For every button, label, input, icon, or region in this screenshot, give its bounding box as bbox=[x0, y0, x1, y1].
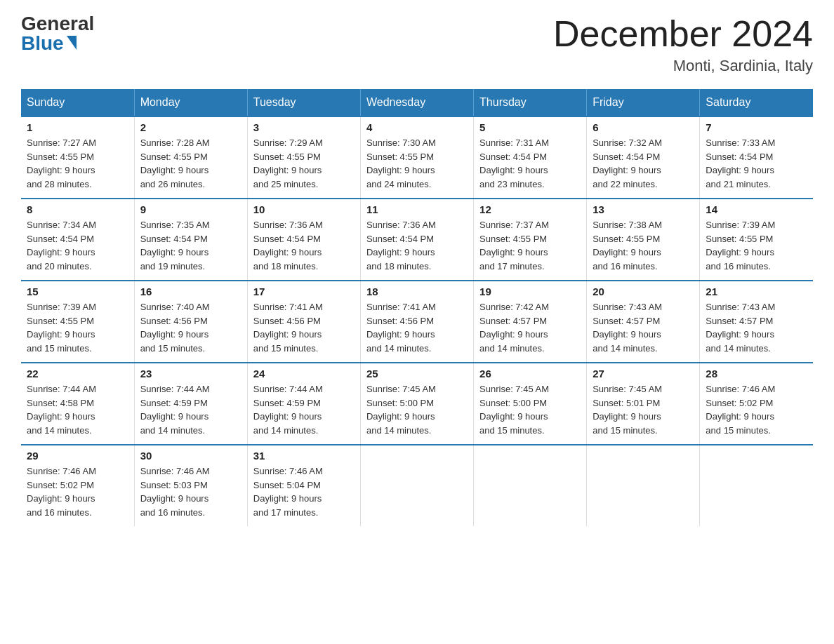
col-friday: Friday bbox=[587, 89, 700, 116]
day-info: Sunrise: 7:45 AMSunset: 5:00 PMDaylight:… bbox=[366, 382, 468, 437]
day-number: 20 bbox=[593, 286, 694, 297]
calendar-week-row-3: 15 Sunrise: 7:39 AMSunset: 4:55 PMDaylig… bbox=[21, 281, 813, 363]
calendar-week-row-5: 29 Sunrise: 7:46 AMSunset: 5:02 PMDaylig… bbox=[21, 445, 813, 526]
table-row: 12 Sunrise: 7:37 AMSunset: 4:55 PMDaylig… bbox=[474, 199, 587, 281]
logo: General Blue bbox=[21, 14, 94, 53]
day-info: Sunrise: 7:44 AMSunset: 4:59 PMDaylight:… bbox=[140, 382, 241, 437]
day-number: 28 bbox=[706, 368, 807, 380]
day-number: 1 bbox=[27, 121, 128, 133]
table-row: 25 Sunrise: 7:45 AMSunset: 5:00 PMDaylig… bbox=[360, 363, 473, 445]
day-info: Sunrise: 7:46 AMSunset: 5:02 PMDaylight:… bbox=[706, 382, 807, 437]
table-row bbox=[700, 445, 813, 526]
day-number: 9 bbox=[140, 203, 241, 215]
calendar-table: Sunday Monday Tuesday Wednesday Thursday… bbox=[21, 89, 813, 526]
day-info: Sunrise: 7:43 AMSunset: 4:57 PMDaylight:… bbox=[706, 300, 807, 355]
table-row: 11 Sunrise: 7:36 AMSunset: 4:54 PMDaylig… bbox=[360, 199, 473, 281]
day-number: 10 bbox=[253, 203, 355, 215]
day-info: Sunrise: 7:28 AMSunset: 4:55 PMDaylight:… bbox=[140, 136, 241, 191]
day-number: 3 bbox=[253, 121, 355, 133]
day-info: Sunrise: 7:39 AMSunset: 4:55 PMDaylight:… bbox=[706, 218, 807, 273]
day-number: 29 bbox=[27, 450, 128, 462]
day-number: 21 bbox=[706, 286, 807, 297]
day-number: 6 bbox=[593, 121, 694, 133]
day-info: Sunrise: 7:34 AMSunset: 4:54 PMDaylight:… bbox=[27, 218, 128, 273]
day-info: Sunrise: 7:37 AMSunset: 4:55 PMDaylight:… bbox=[479, 218, 581, 273]
calendar-header-row: Sunday Monday Tuesday Wednesday Thursday… bbox=[21, 89, 813, 116]
day-number: 18 bbox=[366, 286, 468, 297]
day-info: Sunrise: 7:36 AMSunset: 4:54 PMDaylight:… bbox=[366, 218, 468, 273]
day-info: Sunrise: 7:45 AMSunset: 5:01 PMDaylight:… bbox=[593, 382, 694, 437]
day-number: 27 bbox=[593, 368, 694, 380]
day-number: 16 bbox=[140, 286, 241, 297]
table-row: 3 Sunrise: 7:29 AMSunset: 4:55 PMDayligh… bbox=[247, 116, 360, 199]
table-row: 9 Sunrise: 7:35 AMSunset: 4:54 PMDayligh… bbox=[134, 199, 247, 281]
day-number: 7 bbox=[706, 121, 807, 133]
table-row: 18 Sunrise: 7:41 AMSunset: 4:56 PMDaylig… bbox=[360, 281, 473, 363]
col-thursday: Thursday bbox=[474, 89, 587, 116]
table-row: 4 Sunrise: 7:30 AMSunset: 4:55 PMDayligh… bbox=[360, 116, 473, 199]
day-info: Sunrise: 7:42 AMSunset: 4:57 PMDaylight:… bbox=[479, 300, 581, 355]
day-number: 24 bbox=[253, 368, 355, 380]
table-row: 15 Sunrise: 7:39 AMSunset: 4:55 PMDaylig… bbox=[21, 281, 134, 363]
day-number: 14 bbox=[706, 203, 807, 215]
day-info: Sunrise: 7:29 AMSunset: 4:55 PMDaylight:… bbox=[253, 136, 355, 191]
table-row: 7 Sunrise: 7:33 AMSunset: 4:54 PMDayligh… bbox=[700, 116, 813, 199]
day-number: 4 bbox=[366, 121, 468, 133]
day-number: 5 bbox=[479, 121, 581, 133]
table-row: 14 Sunrise: 7:39 AMSunset: 4:55 PMDaylig… bbox=[700, 199, 813, 281]
day-number: 8 bbox=[27, 203, 128, 215]
table-row: 8 Sunrise: 7:34 AMSunset: 4:54 PMDayligh… bbox=[21, 199, 134, 281]
table-row: 31 Sunrise: 7:46 AMSunset: 5:04 PMDaylig… bbox=[247, 445, 360, 526]
day-number: 19 bbox=[479, 286, 581, 297]
col-saturday: Saturday bbox=[700, 89, 813, 116]
day-number: 23 bbox=[140, 368, 241, 380]
table-row: 27 Sunrise: 7:45 AMSunset: 5:01 PMDaylig… bbox=[587, 363, 700, 445]
table-row bbox=[587, 445, 700, 526]
table-row: 13 Sunrise: 7:38 AMSunset: 4:55 PMDaylig… bbox=[587, 199, 700, 281]
day-number: 15 bbox=[27, 286, 128, 297]
day-info: Sunrise: 7:41 AMSunset: 4:56 PMDaylight:… bbox=[253, 300, 355, 355]
day-info: Sunrise: 7:44 AMSunset: 4:58 PMDaylight:… bbox=[27, 382, 128, 437]
logo-general-text: General bbox=[21, 14, 94, 34]
day-info: Sunrise: 7:38 AMSunset: 4:55 PMDaylight:… bbox=[593, 218, 694, 273]
day-info: Sunrise: 7:46 AMSunset: 5:04 PMDaylight:… bbox=[253, 464, 355, 519]
table-row: 24 Sunrise: 7:44 AMSunset: 4:59 PMDaylig… bbox=[247, 363, 360, 445]
day-number: 12 bbox=[479, 203, 581, 215]
day-number: 11 bbox=[366, 203, 468, 215]
table-row: 20 Sunrise: 7:43 AMSunset: 4:57 PMDaylig… bbox=[587, 281, 700, 363]
day-info: Sunrise: 7:39 AMSunset: 4:55 PMDaylight:… bbox=[27, 300, 128, 355]
col-sunday: Sunday bbox=[21, 89, 134, 116]
table-row: 28 Sunrise: 7:46 AMSunset: 5:02 PMDaylig… bbox=[700, 363, 813, 445]
day-number: 30 bbox=[140, 450, 241, 462]
calendar-week-row-2: 8 Sunrise: 7:34 AMSunset: 4:54 PMDayligh… bbox=[21, 199, 813, 281]
table-row: 16 Sunrise: 7:40 AMSunset: 4:56 PMDaylig… bbox=[134, 281, 247, 363]
month-title: December 2024 bbox=[553, 14, 813, 54]
day-number: 17 bbox=[253, 286, 355, 297]
day-info: Sunrise: 7:33 AMSunset: 4:54 PMDaylight:… bbox=[706, 136, 807, 191]
page-header: General Blue December 2024 Monti, Sardin… bbox=[21, 14, 813, 75]
day-number: 25 bbox=[366, 368, 468, 380]
table-row: 26 Sunrise: 7:45 AMSunset: 5:00 PMDaylig… bbox=[474, 363, 587, 445]
day-info: Sunrise: 7:31 AMSunset: 4:54 PMDaylight:… bbox=[479, 136, 581, 191]
col-wednesday: Wednesday bbox=[360, 89, 473, 116]
table-row: 5 Sunrise: 7:31 AMSunset: 4:54 PMDayligh… bbox=[474, 116, 587, 199]
day-number: 26 bbox=[479, 368, 581, 380]
day-info: Sunrise: 7:35 AMSunset: 4:54 PMDaylight:… bbox=[140, 218, 241, 273]
table-row: 2 Sunrise: 7:28 AMSunset: 4:55 PMDayligh… bbox=[134, 116, 247, 199]
col-monday: Monday bbox=[134, 89, 247, 116]
day-number: 13 bbox=[593, 203, 694, 215]
day-info: Sunrise: 7:46 AMSunset: 5:03 PMDaylight:… bbox=[140, 464, 241, 519]
day-info: Sunrise: 7:44 AMSunset: 4:59 PMDaylight:… bbox=[253, 382, 355, 437]
calendar-week-row-4: 22 Sunrise: 7:44 AMSunset: 4:58 PMDaylig… bbox=[21, 363, 813, 445]
day-number: 31 bbox=[253, 450, 355, 462]
day-info: Sunrise: 7:32 AMSunset: 4:54 PMDaylight:… bbox=[593, 136, 694, 191]
table-row: 22 Sunrise: 7:44 AMSunset: 4:58 PMDaylig… bbox=[21, 363, 134, 445]
day-info: Sunrise: 7:46 AMSunset: 5:02 PMDaylight:… bbox=[27, 464, 128, 519]
table-row bbox=[360, 445, 473, 526]
location-subtitle: Monti, Sardinia, Italy bbox=[553, 57, 813, 75]
day-info: Sunrise: 7:27 AMSunset: 4:55 PMDaylight:… bbox=[27, 136, 128, 191]
day-info: Sunrise: 7:30 AMSunset: 4:55 PMDaylight:… bbox=[366, 136, 468, 191]
day-info: Sunrise: 7:43 AMSunset: 4:57 PMDaylight:… bbox=[593, 300, 694, 355]
table-row: 23 Sunrise: 7:44 AMSunset: 4:59 PMDaylig… bbox=[134, 363, 247, 445]
logo-blue-text: Blue bbox=[21, 34, 64, 53]
